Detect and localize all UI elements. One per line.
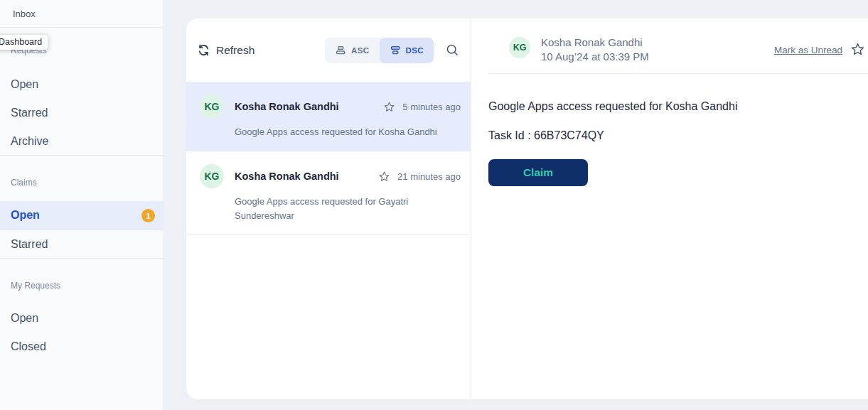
sort-dsc-label: DSC [406, 46, 424, 55]
avatar: KG [509, 37, 530, 58]
sort-dsc-icon [390, 45, 401, 56]
divider [488, 73, 868, 74]
avatar: KG [200, 95, 224, 119]
sort-dsc-button[interactable]: DSC [380, 38, 434, 63]
list-toolbar: Refresh ASC [186, 18, 471, 82]
divider [0, 258, 164, 259]
sidebar-item-inbox[interactable]: Inbox [13, 9, 36, 19]
avatar: KG [200, 164, 224, 188]
list-item[interactable]: KG Kosha Ronak Gandhi 5 minutes ago Goog… [186, 82, 471, 151]
sort-asc-button[interactable]: ASC [325, 38, 379, 63]
list-item-description: Google Apps access requested for Gayatri… [235, 195, 461, 223]
claim-button[interactable]: Claim [488, 159, 588, 186]
sidebar-item-requests-archive[interactable]: Archive [0, 127, 164, 156]
sidebar-item-claims-starred[interactable]: Starred [0, 230, 164, 259]
sidebar-item-requests-open[interactable]: Open [0, 70, 164, 99]
list-item-name: Kosha Ronak Gandhi [235, 171, 378, 182]
divider [0, 155, 164, 156]
list-item-description: Google Apps access requested for Kosha G… [235, 125, 461, 139]
refresh-label: Refresh [216, 44, 254, 57]
star-icon[interactable] [850, 42, 865, 57]
detail-body: Google Apps access requested for Kosha G… [471, 100, 868, 186]
message-detail-panel: KG Kosha Ronak Gandhi 10 Aug’24 at 03:39… [471, 18, 868, 399]
sidebar-item-myrequests-open[interactable]: Open [0, 304, 164, 333]
star-icon[interactable] [378, 171, 390, 183]
search-icon [446, 43, 459, 57]
sidebar-item-requests-starred[interactable]: Starred [0, 99, 164, 127]
detail-sender-name: Kosha Ronak Gandhi [541, 36, 649, 50]
sidebar: Inbox Requests Open Starred Archive Clai… [0, 0, 164, 410]
claims-open-count-badge: 1 [141, 209, 155, 222]
sort-asc-icon [335, 45, 346, 56]
search-button[interactable] [446, 43, 459, 57]
list-item-time: 21 minutes ago [397, 171, 461, 182]
list-item-name: Kosha Ronak Gandhi [235, 101, 383, 112]
star-icon[interactable] [383, 101, 395, 113]
mark-as-unread-link[interactable]: Mark as Unread [774, 45, 842, 55]
inbox-card: Refresh ASC [186, 18, 868, 399]
detail-timestamp: 10 Aug’24 at 03:39 PM [541, 50, 649, 64]
divider [0, 27, 164, 28]
refresh-button[interactable]: Refresh [198, 44, 254, 57]
sidebar-item-claims-open[interactable]: Open [0, 201, 164, 230]
section-label-claims: Claims [11, 178, 37, 188]
detail-header: KG Kosha Ronak Gandhi 10 Aug’24 at 03:39… [471, 18, 868, 73]
sidebar-item-myrequests-closed[interactable]: Closed [0, 333, 164, 361]
dashboard-tooltip: Dashboard [0, 35, 48, 50]
section-label-my-requests: My Requests [11, 281, 60, 291]
refresh-icon [198, 44, 210, 56]
detail-meta: Kosha Ronak Gandhi 10 Aug’24 at 03:39 PM [541, 36, 649, 64]
sort-asc-label: ASC [351, 46, 369, 55]
message-list-panel: Refresh ASC [186, 18, 471, 399]
list-item[interactable]: KG Kosha Ronak Gandhi 21 minutes ago Goo… [186, 151, 471, 234]
sort-toggle-group: ASC DSC [325, 38, 434, 63]
list-item-time: 5 minutes ago [402, 102, 461, 112]
detail-title: Google Apps access requested for Kosha G… [488, 100, 868, 113]
detail-task-id: Task Id : 66B73C74QY [488, 129, 868, 142]
